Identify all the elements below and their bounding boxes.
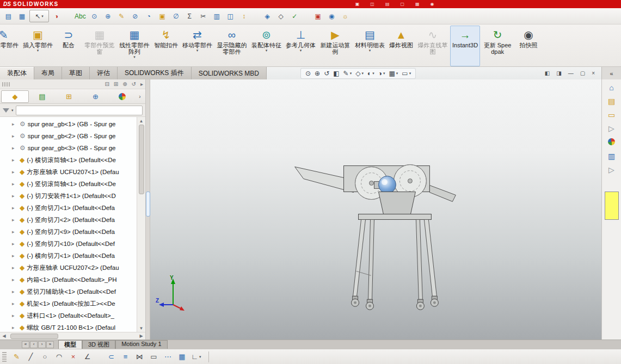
assembly-3d-model[interactable] [150,79,601,340]
offset-entities-button[interactable]: ≡ ▾ [119,350,132,363]
scroll-next-button[interactable]: › [38,341,46,348]
expand-arrow-icon[interactable]: ▸ [12,277,17,282]
panel-grip[interactable] [2,82,10,87]
scroll-left-button[interactable]: ◀ [0,334,8,338]
color-swatch[interactable] [605,192,619,220]
section-view-icon[interactable]: ◧ ▾ [331,69,341,78]
bill-of-materials-button[interactable]: ▤ 材料明细表 ▾ [353,26,387,66]
scroll-down-button[interactable]: ▼ [139,324,144,332]
linear-component-pattern-button[interactable]: ▦ 线性零部件阵列 ▾ [117,26,152,66]
zoom-area-icon[interactable]: ⊕ ▾ [313,69,322,78]
insert-component-button[interactable]: ▣ 插入零部件 ▾ [21,26,55,66]
custom-properties-button[interactable]: ▥ [608,152,615,160]
toolbar-grip[interactable] [2,352,7,362]
mass-properties-button[interactable]: ▥ ▾ [211,10,223,22]
expand-arrow-icon[interactable]: ▸ [12,301,17,306]
arrange-windows-button[interactable]: ▤ ▾ [2,10,15,22]
taskpane-collapse-button[interactable]: « [601,67,621,79]
titlebar-chart-icon[interactable]: ▦ [415,2,420,7]
expand-arrow-icon[interactable]: ▸ [12,289,17,294]
smart-dimension-button[interactable]: ∠ ▾ [81,350,94,363]
display-style-icon[interactable]: ◇ ▾ [354,69,365,78]
expand-arrow-icon[interactable]: ▸ [12,217,17,223]
mate-button[interactable]: ⊃ 配合 ▾ [55,26,82,66]
scrollbar-thumb[interactable] [139,125,144,194]
edit-component-button[interactable]: ✎ 编辑零部件 ▾ [0,26,21,66]
design-checker-button[interactable]: ⊙ ▾ [88,10,101,22]
expand-arrow-icon[interactable]: ▸ [12,181,17,187]
zoom-to-selection-icon[interactable]: ⊕ [122,82,127,87]
titlebar-help-icon[interactable]: ◉ [431,2,434,7]
expand-arrow-icon[interactable]: ▸ [12,193,17,199]
expand-pane2-button[interactable]: ▷ [608,166,614,174]
close-button[interactable]: × [592,71,595,76]
trim-entities-button[interactable]: × ▾ [67,350,79,363]
sketch-button[interactable]: ✎ ▾ [10,350,23,363]
scroll-first-button[interactable]: « [22,341,29,348]
grid-button[interactable]: ▦ ▾ [176,350,188,363]
component-preview-button[interactable]: ▦ 零部件预览窗 ▾ [82,26,117,66]
reference-triad-button[interactable]: ◈ ▾ [261,10,274,22]
previous-view-icon[interactable]: ↺ ▾ [322,69,331,78]
selection-filter-button[interactable]: ✓ ▾ [288,10,301,22]
circle-button[interactable]: ○ ▾ [39,350,51,363]
sketch-pattern-button[interactable]: ⋯ ▾ [162,350,174,363]
expand-arrow-icon[interactable]: ▸ [12,229,17,235]
tree-item[interactable]: ▸ ◆ 方形座轴承 UCFU207<1> (Defau [0,166,137,178]
tab-assembly[interactable]: 装配体 [0,67,34,79]
annotations-visibility-icon[interactable]: ✎ ▾ [342,69,354,78]
next-pane-button[interactable]: ◨ [556,71,561,76]
tree-item[interactable]: ▸ ◆ 竖切刀辅助块<1> (Default<<Def [0,286,137,298]
instant3d-button[interactable]: → Instant3D ▾ [450,26,480,66]
tree-item[interactable]: ▸ ◆ (-) 竖向切刀<10> (Default<<Def [0,238,137,250]
featuremanager-tab[interactable]: ◆ [1,90,29,103]
panel-more-icon[interactable]: ▸ [140,82,143,87]
move-component-button[interactable]: ⇄ 移动零部件 ▾ [180,26,214,66]
options-button[interactable]: ☼ ▾ [339,10,352,22]
tree-item[interactable]: ▸ ◆ (-) 竖切滚筒轴<1> (Default<<De [0,178,137,190]
sensors-button[interactable]: ↕ ▾ [238,10,250,22]
dimxpertmanager-tab[interactable]: ⊕ [82,90,109,103]
edit-appearance-button[interactable]: ◑ ▾ [50,10,63,22]
tab-evaluate[interactable]: 评估 [90,67,118,79]
spell-check-button[interactable]: Abc ▾ [73,10,87,22]
titlebar-doc-icon[interactable]: ▢ [400,2,404,7]
titlebar-grid-icon[interactable]: ▤ [385,2,390,7]
tree-item[interactable]: ▸ ◆ (-) 竖向切刀<1> (Default<<Defa [0,202,137,214]
equations-button[interactable]: Σ ▾ [183,10,196,22]
tree-filter-input[interactable] [16,106,143,115]
3d-views-tab[interactable]: 3D 视图 [82,340,115,349]
motion-study-tab[interactable]: Motion Study 1 [115,340,167,349]
edit-appearance-icon[interactable]: ◑ ▾ [377,69,387,78]
expand-arrow-icon[interactable]: ▸ [12,133,17,139]
design-library-button[interactable]: ▤ [608,97,615,105]
update-speedpak-button[interactable]: ↻ 更新 Speedpak ▾ [480,26,515,66]
apply-scene-icon[interactable]: ▦ ▾ [387,69,399,78]
expand-arrow-icon[interactable]: ▸ [12,241,17,246]
scroll-right-button[interactable]: ▶ [137,334,145,338]
manager-tabs-overflow-button[interactable]: › [136,94,144,100]
scroll-up-button[interactable]: ▲ [139,117,144,125]
expand-arrow-icon[interactable]: ▸ [12,205,17,211]
expand-arrow-icon[interactable]: ▸ [12,325,17,330]
note-button[interactable]: ✎ ▾ [115,10,128,22]
expand-arrow-icon[interactable]: ▸ [12,265,17,270]
tree-item[interactable]: ▸ ⚙ spur gear_gb<1> (GB - Spur ge [0,118,137,130]
tree-vertical-scrollbar[interactable]: ▲ ▼ [137,117,145,332]
tab-addins[interactable]: SOLIDWORKS 插件 [118,67,192,79]
propertymanager-tab[interactable]: ▤ [29,90,56,103]
reference-geometry-button[interactable]: ⊥ 参考几何体 ▾ [284,26,318,66]
previous-pane-button[interactable]: ◧ [545,71,550,76]
rectangle-button[interactable]: ▭ ▾ [147,350,160,363]
mirror-entities-button[interactable]: ⋈ ▾ [133,350,146,363]
fillet-button[interactable]: ∟ ▾ [190,350,202,363]
configurationmanager-tab[interactable]: ⊞ [56,90,82,103]
tree-item[interactable]: ▸ ◆ (-) 横向切刀<1> (Default<<Defa [0,250,137,262]
tree-item[interactable]: ▸ ◆ 进料口<1> (Default<<Default>_ [0,310,137,322]
tab-sketch[interactable]: 草图 [62,67,90,79]
section-properties-button[interactable]: ◫ ▾ [224,10,237,22]
panel-splitter-handle[interactable] [146,192,150,217]
scrollbar-thumb[interactable] [10,334,58,339]
appearances-button[interactable] [608,138,615,146]
exploded-view-button[interactable]: ▲ 爆炸视图 ▾ [387,26,415,66]
